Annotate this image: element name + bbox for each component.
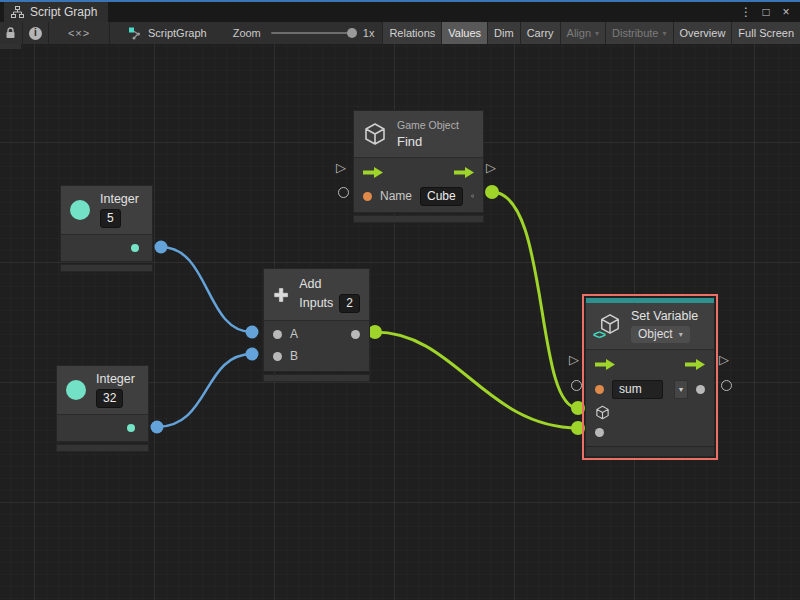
title-bar: Script Graph ⋮ □ ×: [0, 2, 800, 22]
port-dot-add-input-b[interactable]: [246, 348, 259, 361]
node-title: Add: [299, 277, 360, 291]
wire-add-to-setvariable: [375, 332, 578, 428]
variable-name-field[interactable]: sum: [612, 380, 663, 399]
port-dot-integer32-output[interactable]: [151, 421, 164, 434]
node-footer: [353, 215, 484, 223]
output-value-dot[interactable]: [127, 424, 135, 432]
wire-integer5-to-add-a: [161, 247, 252, 332]
port-dot-find-output[interactable]: [485, 185, 499, 199]
graph-toolbar: i <×> ScriptGraph Zoom 1x Relations: [0, 22, 800, 45]
tab-title: Script Graph: [30, 5, 97, 19]
value-port-row: [586, 422, 714, 446]
lock-button[interactable]: [0, 22, 23, 44]
port-dot-integer5-output[interactable]: [155, 241, 168, 254]
fullscreen-button[interactable]: Full Screen: [731, 22, 800, 44]
toolbar-buttons: Relations Values Dim Carry Align ▾ Distr…: [382, 22, 800, 44]
relations-button[interactable]: Relations: [382, 22, 441, 44]
dim-button[interactable]: Dim: [487, 22, 520, 44]
node-integer-5[interactable]: Integer 5: [60, 185, 153, 272]
wire-find-to-setvariable: [492, 192, 578, 408]
window-controls: ⋮ □ ×: [738, 3, 800, 21]
node-title: Integer: [96, 372, 135, 386]
set-variable-icon: <>: [595, 313, 621, 339]
zoom-slider[interactable]: [271, 32, 353, 34]
setvariable-flow-in-port[interactable]: ▷: [569, 353, 579, 366]
variable-name-dropdown-button[interactable]: ▼: [674, 380, 688, 399]
input-port-row-b: B: [264, 345, 369, 371]
maximize-icon[interactable]: □: [758, 3, 774, 21]
close-icon[interactable]: ×: [778, 3, 794, 21]
port-b-dot[interactable]: [273, 352, 282, 361]
overview-button[interactable]: Overview: [673, 22, 732, 44]
node-title: Set Variable: [631, 309, 698, 323]
node-integer-32[interactable]: Integer 32: [56, 365, 149, 452]
setvariable-flow-out-port[interactable]: ▷: [719, 353, 729, 366]
node-title: Integer: [100, 192, 139, 206]
info-icon: i: [29, 27, 42, 40]
name-port-row: Name Cube: [354, 184, 483, 212]
input-port-row-a: A: [264, 321, 369, 345]
object-port-cube-icon[interactable]: [595, 405, 610, 420]
setvariable-output-port-ring[interactable]: [721, 380, 732, 391]
integer-value-field[interactable]: 5: [100, 209, 121, 228]
variable-output-dot[interactable]: [696, 385, 705, 394]
add-icon: [273, 283, 289, 307]
dropdown-arrow-icon: ▼: [677, 386, 684, 393]
flow-out-arrow-icon[interactable]: [454, 167, 474, 178]
find-flow-in-port[interactable]: ▷: [336, 161, 346, 174]
port-dot-setvariable-value-input[interactable]: [571, 421, 585, 435]
variable-name-port-dot[interactable]: [595, 385, 604, 394]
variable-kind-dropdown[interactable]: Object ▾: [631, 326, 690, 343]
values-button[interactable]: Values: [441, 22, 487, 44]
node-add[interactable]: Add Inputs 2 A B: [263, 268, 370, 382]
inputs-count-field[interactable]: 2: [339, 294, 360, 313]
gameobject-output-icon[interactable]: [471, 188, 474, 204]
sum-output-dot[interactable]: [351, 330, 360, 339]
wire-integer32-to-add-b: [157, 354, 252, 427]
flow-in-arrow-icon[interactable]: [595, 359, 615, 370]
node-footer: [56, 444, 149, 452]
flow-out-arrow-icon[interactable]: [685, 359, 705, 370]
integer-value-field[interactable]: 32: [96, 389, 123, 408]
name-label: Name: [380, 189, 412, 203]
integer-type-icon: [70, 200, 90, 220]
name-port-dot[interactable]: [363, 192, 372, 201]
zoom-slider-handle[interactable]: [347, 28, 357, 38]
gameobject-cube-icon: [363, 122, 387, 146]
find-name-port-ring[interactable]: [338, 187, 349, 198]
node-gameobject-find[interactable]: Game Object Find Name Cube: [353, 110, 484, 223]
output-port-row: [61, 235, 152, 261]
find-flow-out-port[interactable]: ▷: [486, 161, 496, 174]
port-dot-add-input-a[interactable]: [246, 326, 259, 339]
chevron-down-icon: ▾: [595, 29, 599, 38]
flow-port-row: [354, 158, 483, 184]
setvariable-name-port-ring[interactable]: [571, 380, 582, 391]
code-view-button[interactable]: <×>: [49, 22, 110, 44]
lock-icon: [5, 27, 16, 39]
distribute-dropdown[interactable]: Distribute ▾: [605, 22, 672, 44]
code-view-icon: <×>: [68, 27, 90, 39]
variable-angle-brackets-icon: <>: [593, 328, 605, 342]
value-port-dot[interactable]: [595, 428, 604, 437]
window-menu-icon[interactable]: ⋮: [738, 3, 754, 21]
node-title: Find: [397, 134, 459, 149]
graph-canvas[interactable]: ▷ ▷ ▷ ▷ Integer 5: [0, 44, 800, 600]
carry-button[interactable]: Carry: [520, 22, 560, 44]
port-a-dot[interactable]: [273, 330, 282, 339]
output-value-dot[interactable]: [131, 244, 139, 252]
name-value-field[interactable]: Cube: [420, 187, 463, 206]
info-button[interactable]: i: [23, 22, 49, 44]
variable-name-row: sum ▼: [586, 376, 714, 402]
align-dropdown[interactable]: Align ▾: [560, 22, 605, 44]
integer-type-icon: [66, 380, 86, 400]
zoom-control: Zoom 1x: [233, 22, 383, 44]
tab-script-graph[interactable]: Script Graph: [4, 2, 108, 22]
node-set-variable[interactable]: <> Set Variable Object ▾: [585, 297, 715, 457]
port-dot-add-output[interactable]: [368, 325, 382, 339]
inputs-label: Inputs: [299, 296, 333, 310]
zoom-label: Zoom: [233, 27, 261, 39]
toolbar-notch: [0, 44, 21, 49]
graph-breadcrumb[interactable]: ScriptGraph: [128, 22, 207, 44]
flow-in-arrow-icon[interactable]: [363, 167, 383, 178]
port-dot-setvariable-object-input[interactable]: [571, 401, 585, 415]
